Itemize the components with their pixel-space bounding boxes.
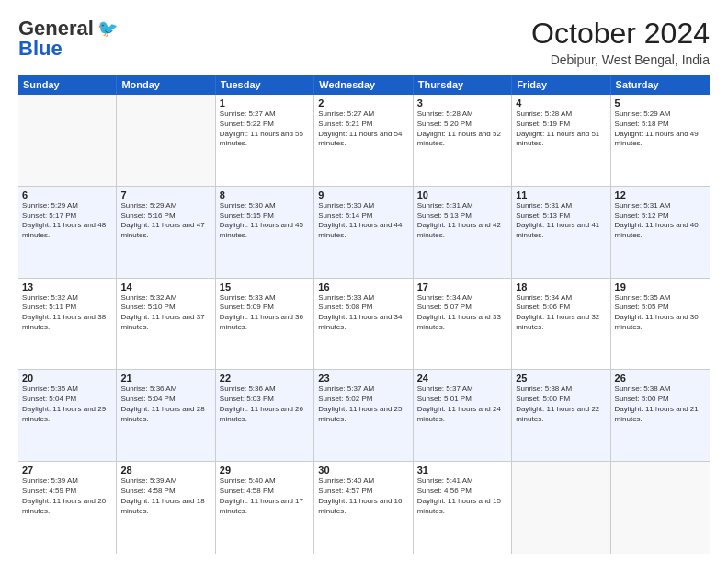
header-cell-thursday: Thursday [414, 75, 512, 95]
calendar-row-3: 13Sunrise: 5:32 AM Sunset: 5:11 PM Dayli… [18, 279, 710, 371]
cal-cell-21: 20Sunrise: 5:35 AM Sunset: 5:04 PM Dayli… [18, 370, 117, 461]
cell-info: Sunrise: 5:33 AM Sunset: 5:09 PM Dayligh… [220, 293, 310, 333]
cell-info: Sunrise: 5:31 AM Sunset: 5:13 PM Dayligh… [417, 201, 507, 241]
cell-info: Sunrise: 5:34 AM Sunset: 5:06 PM Dayligh… [516, 293, 606, 333]
day-number: 28 [120, 465, 210, 476]
cell-info: Sunrise: 5:36 AM Sunset: 5:04 PM Dayligh… [120, 385, 210, 424]
cell-info: Sunrise: 5:33 AM Sunset: 5:08 PM Dayligh… [318, 293, 408, 333]
cal-cell-30: 29Sunrise: 5:40 AM Sunset: 4:58 PM Dayli… [216, 462, 314, 554]
logo-bird-icon: 🐦 [97, 18, 118, 39]
cell-info: Sunrise: 5:37 AM Sunset: 5:02 PM Dayligh… [318, 385, 408, 424]
cal-cell-27: 26Sunrise: 5:38 AM Sunset: 5:00 PM Dayli… [611, 370, 710, 461]
cal-cell-32: 31Sunrise: 5:41 AM Sunset: 4:56 PM Dayli… [414, 462, 512, 554]
cal-cell-18: 17Sunrise: 5:34 AM Sunset: 5:07 PM Dayli… [414, 279, 512, 370]
day-number: 14 [120, 282, 210, 293]
cal-cell-3: 2Sunrise: 5:27 AM Sunset: 5:21 PM Daylig… [314, 95, 413, 186]
day-number: 17 [417, 282, 507, 293]
calendar-row-2: 6Sunrise: 5:29 AM Sunset: 5:17 PM Daylig… [18, 187, 710, 279]
calendar-row-4: 20Sunrise: 5:35 AM Sunset: 5:04 PM Dayli… [18, 370, 710, 462]
day-number: 31 [417, 465, 507, 476]
day-number: 21 [120, 373, 210, 384]
day-number: 7 [120, 190, 210, 201]
location: Debipur, West Bengal, India [531, 52, 710, 67]
cal-cell-12: 11Sunrise: 5:31 AM Sunset: 5:13 PM Dayli… [512, 187, 610, 278]
cell-info: Sunrise: 5:29 AM Sunset: 5:17 PM Dayligh… [22, 201, 112, 241]
cell-info: Sunrise: 5:29 AM Sunset: 5:16 PM Dayligh… [120, 201, 210, 241]
cal-cell-14: 13Sunrise: 5:32 AM Sunset: 5:11 PM Dayli… [18, 279, 117, 370]
calendar-row-1: 1Sunrise: 5:27 AM Sunset: 5:22 PM Daylig… [18, 95, 710, 187]
cal-cell-22: 21Sunrise: 5:36 AM Sunset: 5:04 PM Dayli… [117, 370, 215, 461]
day-number: 3 [417, 98, 507, 109]
calendar-row-5: 27Sunrise: 5:39 AM Sunset: 4:59 PM Dayli… [18, 462, 710, 554]
cal-cell-26: 25Sunrise: 5:38 AM Sunset: 5:00 PM Dayli… [512, 370, 610, 461]
cell-info: Sunrise: 5:34 AM Sunset: 5:07 PM Dayligh… [417, 293, 507, 333]
cal-cell-9: 8Sunrise: 5:30 AM Sunset: 5:15 PM Daylig… [216, 187, 314, 278]
header-cell-sunday: Sunday [18, 75, 117, 95]
header-cell-wednesday: Wednesday [314, 75, 413, 95]
cell-info: Sunrise: 5:32 AM Sunset: 5:11 PM Dayligh… [22, 293, 112, 333]
cal-cell-11: 10Sunrise: 5:31 AM Sunset: 5:13 PM Dayli… [414, 187, 512, 278]
cell-info: Sunrise: 5:27 AM Sunset: 5:21 PM Dayligh… [318, 109, 408, 149]
cell-info: Sunrise: 5:31 AM Sunset: 5:12 PM Dayligh… [615, 201, 706, 241]
cal-cell-23: 22Sunrise: 5:36 AM Sunset: 5:03 PM Dayli… [216, 370, 314, 461]
cal-cell-15: 14Sunrise: 5:32 AM Sunset: 5:10 PM Dayli… [117, 279, 215, 370]
cal-cell-33 [512, 462, 610, 554]
cal-cell-1 [117, 95, 215, 186]
cell-info: Sunrise: 5:36 AM Sunset: 5:03 PM Dayligh… [220, 385, 310, 424]
calendar-header: SundayMondayTuesdayWednesdayThursdayFrid… [18, 75, 710, 95]
cell-info: Sunrise: 5:29 AM Sunset: 5:18 PM Dayligh… [615, 109, 706, 149]
day-number: 12 [615, 190, 706, 201]
month-title: October 2024 [531, 17, 710, 51]
cal-cell-2: 1Sunrise: 5:27 AM Sunset: 5:22 PM Daylig… [216, 95, 314, 186]
cell-info: Sunrise: 5:39 AM Sunset: 4:59 PM Dayligh… [22, 477, 112, 516]
cell-info: Sunrise: 5:30 AM Sunset: 5:14 PM Dayligh… [318, 201, 408, 241]
cal-cell-20: 19Sunrise: 5:35 AM Sunset: 5:05 PM Dayli… [611, 279, 710, 370]
cal-cell-31: 30Sunrise: 5:40 AM Sunset: 4:57 PM Dayli… [314, 462, 413, 554]
cal-cell-10: 9Sunrise: 5:30 AM Sunset: 5:14 PM Daylig… [314, 187, 413, 278]
cal-cell-34 [611, 462, 710, 554]
calendar: SundayMondayTuesdayWednesdayThursdayFrid… [18, 75, 710, 554]
cell-info: Sunrise: 5:28 AM Sunset: 5:20 PM Dayligh… [417, 109, 507, 149]
day-number: 15 [220, 282, 310, 293]
day-number: 11 [516, 190, 606, 201]
cell-info: Sunrise: 5:31 AM Sunset: 5:13 PM Dayligh… [516, 201, 606, 241]
cell-info: Sunrise: 5:30 AM Sunset: 5:15 PM Dayligh… [220, 201, 310, 241]
day-number: 16 [318, 282, 408, 293]
day-number: 5 [615, 98, 706, 109]
cal-cell-0 [18, 95, 117, 186]
header-cell-tuesday: Tuesday [216, 75, 314, 95]
day-number: 29 [220, 465, 310, 476]
day-number: 20 [22, 373, 112, 384]
cal-cell-25: 24Sunrise: 5:37 AM Sunset: 5:01 PM Dayli… [414, 370, 512, 461]
day-number: 18 [516, 282, 606, 293]
day-number: 8 [220, 190, 310, 201]
header-cell-saturday: Saturday [611, 75, 710, 95]
cal-cell-24: 23Sunrise: 5:37 AM Sunset: 5:02 PM Dayli… [314, 370, 413, 461]
logo: General 🐦 Blue [18, 17, 118, 61]
day-number: 10 [417, 190, 507, 201]
page-header: General 🐦 Blue October 2024 Debipur, Wes… [18, 17, 710, 67]
cal-cell-5: 4Sunrise: 5:28 AM Sunset: 5:19 PM Daylig… [512, 95, 610, 186]
cal-cell-19: 18Sunrise: 5:34 AM Sunset: 5:06 PM Dayli… [512, 279, 610, 370]
cell-info: Sunrise: 5:28 AM Sunset: 5:19 PM Dayligh… [516, 109, 606, 149]
cell-info: Sunrise: 5:38 AM Sunset: 5:00 PM Dayligh… [516, 385, 606, 424]
day-number: 27 [22, 465, 112, 476]
calendar-body: 1Sunrise: 5:27 AM Sunset: 5:22 PM Daylig… [18, 95, 710, 554]
cal-cell-29: 28Sunrise: 5:39 AM Sunset: 4:58 PM Dayli… [117, 462, 215, 554]
day-number: 23 [318, 373, 408, 384]
cell-info: Sunrise: 5:35 AM Sunset: 5:05 PM Dayligh… [615, 293, 706, 333]
cell-info: Sunrise: 5:40 AM Sunset: 4:57 PM Dayligh… [318, 477, 408, 516]
cell-info: Sunrise: 5:39 AM Sunset: 4:58 PM Dayligh… [120, 477, 210, 516]
cal-cell-28: 27Sunrise: 5:39 AM Sunset: 4:59 PM Dayli… [18, 462, 117, 554]
cell-info: Sunrise: 5:35 AM Sunset: 5:04 PM Dayligh… [22, 385, 112, 424]
cell-info: Sunrise: 5:37 AM Sunset: 5:01 PM Dayligh… [417, 385, 507, 424]
cal-cell-6: 5Sunrise: 5:29 AM Sunset: 5:18 PM Daylig… [611, 95, 710, 186]
day-number: 24 [417, 373, 507, 384]
cell-info: Sunrise: 5:40 AM Sunset: 4:58 PM Dayligh… [220, 477, 310, 516]
day-number: 2 [318, 98, 408, 109]
cell-info: Sunrise: 5:38 AM Sunset: 5:00 PM Dayligh… [615, 385, 706, 424]
day-number: 22 [220, 373, 310, 384]
cal-cell-8: 7Sunrise: 5:29 AM Sunset: 5:16 PM Daylig… [117, 187, 215, 278]
cal-cell-7: 6Sunrise: 5:29 AM Sunset: 5:17 PM Daylig… [18, 187, 117, 278]
day-number: 19 [615, 282, 706, 293]
